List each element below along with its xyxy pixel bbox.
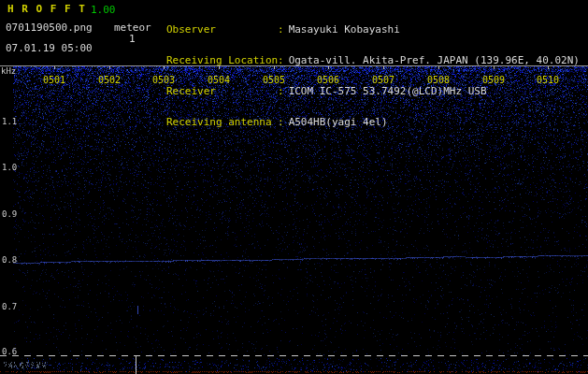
time-tick-label: 0504 (205, 75, 233, 85)
time-tick-label: 0502 (95, 75, 123, 85)
freq-tick-label: 1.0 (2, 163, 17, 172)
info-separator: : (278, 55, 284, 65)
time-tick-label: 0505 (260, 75, 288, 85)
time-tick-label: 0509 (480, 75, 508, 85)
time-tick-label: 0510 (534, 75, 562, 85)
info-value: A504HB(yagi 4el) (289, 116, 388, 128)
info-value: Masayuki Kobayashi (289, 23, 400, 36)
info-label: Observer (166, 24, 278, 35)
info-separator: : (278, 24, 284, 35)
time-tick-label: 0507 (369, 75, 397, 85)
meteor-count: 1 (129, 33, 136, 45)
time-tick-label: 0508 (424, 75, 452, 85)
freq-tick-label: 0.7 (2, 302, 17, 311)
time-tick-label: 0503 (150, 75, 178, 85)
freq-tick-label: 0.8 (2, 255, 17, 265)
info-label: Receiving antenna (166, 117, 278, 127)
freq-tick-label: 1.1 (2, 117, 17, 126)
info-row-location: Receiving Location:Ogata-vill. Akita-Pre… (166, 55, 580, 65)
freq-tick-label: 0.9 (2, 209, 17, 219)
time-tick-label: 0501 (40, 75, 68, 85)
timestamp: 07.01.19 05:00 (6, 42, 93, 54)
level-strip-separator (0, 355, 588, 356)
app-title: H R O F F T (7, 3, 86, 15)
event-marker-line (136, 356, 136, 374)
time-tick-label: 0506 (314, 75, 342, 85)
info-value: ICOM IC-575 53.7492(@LCD)MHz USB (289, 85, 487, 97)
output-filename: 0701190500.png (6, 22, 93, 34)
info-separator: : (278, 86, 284, 96)
info-row-antenna: Receiving antenna:A504HB(yagi 4el) (166, 117, 580, 127)
hrofft-screenshot: H R O F F T 1.00 0701190500.png meteor 1… (0, 0, 588, 374)
info-row-receiver: Receiver:ICOM IC-575 53.7492(@LCD)MHz US… (166, 86, 580, 96)
plot-top-border (0, 65, 588, 66)
app-version: 1.00 (91, 4, 116, 16)
info-label: Receiving Location (166, 55, 278, 65)
info-label: Receiver (166, 86, 278, 96)
info-separator: : (278, 117, 284, 127)
info-row-observer: Observer:Masayuki Kobayashi (166, 24, 580, 35)
freq-axis-unit: kHz (1, 66, 16, 76)
